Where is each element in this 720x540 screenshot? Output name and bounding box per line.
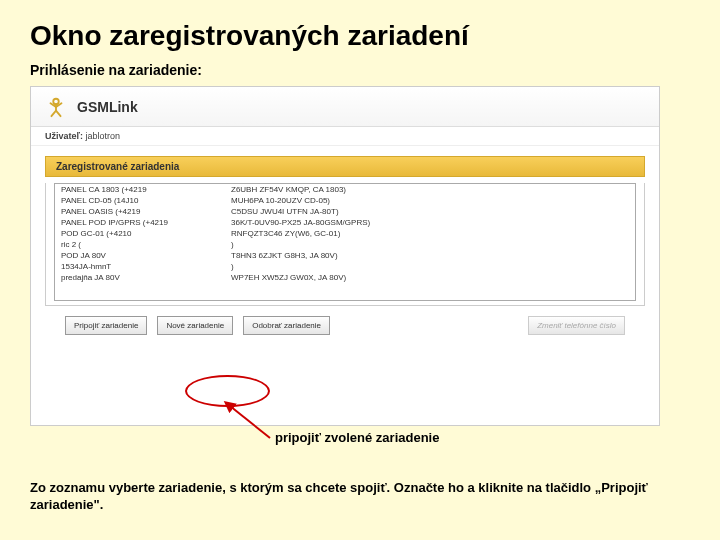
- device-name: PANEL CD-05 (14J10: [61, 196, 231, 205]
- device-info: 36K/T-0UV90-PX25 JA-80GSM/GPRS): [231, 218, 629, 227]
- device-row[interactable]: 1534JA-hmnT): [55, 261, 635, 272]
- device-info: RNFQZT3C46 ZY(W6, GC-01): [231, 229, 629, 238]
- device-name: PANEL OASIS (+4219: [61, 207, 231, 216]
- page-title: Okno zaregistrovaných zariadení: [30, 20, 690, 52]
- device-name: PANEL POD IP/GPRS (+4219: [61, 218, 231, 227]
- device-row[interactable]: POD GC-01 (+4210RNFQZT3C46 ZY(W6, GC-01): [55, 228, 635, 239]
- device-row[interactable]: ric 2 (): [55, 239, 635, 250]
- svg-line-5: [56, 110, 61, 116]
- device-info: WP7EH XW5ZJ GW0X, JA 80V): [231, 273, 629, 282]
- device-info: Z6UBH ZF54V KMQP, CA 1803): [231, 185, 629, 194]
- device-info: C5DSU JWU4I UTFN JA-80T): [231, 207, 629, 216]
- new-device-button[interactable]: Nové zariadenie: [157, 316, 233, 335]
- device-name: PANEL CA 1803 (+4219: [61, 185, 231, 194]
- app-header: GSMLink: [31, 87, 659, 127]
- device-name: 1534JA-hmnT: [61, 262, 231, 271]
- device-name: POD JA 80V: [61, 251, 231, 260]
- svg-line-4: [51, 110, 56, 116]
- device-row[interactable]: PANEL POD IP/GPRS (+421936K/T-0UV90-PX25…: [55, 217, 635, 228]
- app-window: GSMLink Uživateľ: jablotron Zaregistrova…: [30, 86, 660, 426]
- device-list[interactable]: PANEL CA 1803 (+4219Z6UBH ZF54V KMQP, CA…: [54, 183, 636, 301]
- device-row[interactable]: PANEL OASIS (+4219C5DSU JWU4I UTFN JA-80…: [55, 206, 635, 217]
- logo-icon: [45, 96, 67, 118]
- user-bar: Uživateľ: jablotron: [31, 127, 659, 146]
- footer-instruction: Zo zoznamu vyberte zariadenie, s ktorým …: [30, 480, 690, 514]
- device-name: predajňa JA 80V: [61, 273, 231, 282]
- delete-device-button[interactable]: Odobrať zariadenie: [243, 316, 330, 335]
- devices-panel: Zaregistrované zariadenia PANEL CA 1803 …: [45, 156, 645, 345]
- user-label: Uživateľ:: [45, 131, 83, 141]
- device-info: ): [231, 240, 629, 249]
- page-subtitle: Prihlásenie na zariadenie:: [30, 62, 690, 78]
- change-phone-button[interactable]: Zmeniť telefónne číslo: [528, 316, 625, 335]
- device-row[interactable]: PANEL CD-05 (14J10MUH6PA 10-20UZV CD-05): [55, 195, 635, 206]
- device-row[interactable]: PANEL CA 1803 (+4219Z6UBH ZF54V KMQP, CA…: [55, 184, 635, 195]
- device-info: T8HN3 6ZJKT G8H3, JA 80V): [231, 251, 629, 260]
- device-row[interactable]: POD JA 80VT8HN3 6ZJKT G8H3, JA 80V): [55, 250, 635, 261]
- device-name: POD GC-01 (+4210: [61, 229, 231, 238]
- connect-device-button[interactable]: Pripojiť zariadenie: [65, 316, 147, 335]
- list-area: PANEL CA 1803 (+4219Z6UBH ZF54V KMQP, CA…: [45, 183, 645, 306]
- callout-text: pripojiť zvolené zariadenie: [275, 430, 439, 445]
- device-info: MUH6PA 10-20UZV CD-05): [231, 196, 629, 205]
- device-name: ric 2 (: [61, 240, 231, 249]
- user-value: jablotron: [86, 131, 121, 141]
- device-row[interactable]: predajňa JA 80VWP7EH XW5ZJ GW0X, JA 80V): [55, 272, 635, 283]
- app-name: GSMLink: [77, 99, 138, 115]
- panel-title: Zaregistrované zariadenia: [45, 156, 645, 177]
- button-row: Pripojiť zariadenie Nové zariadenie Odob…: [45, 306, 645, 345]
- device-info: ): [231, 262, 629, 271]
